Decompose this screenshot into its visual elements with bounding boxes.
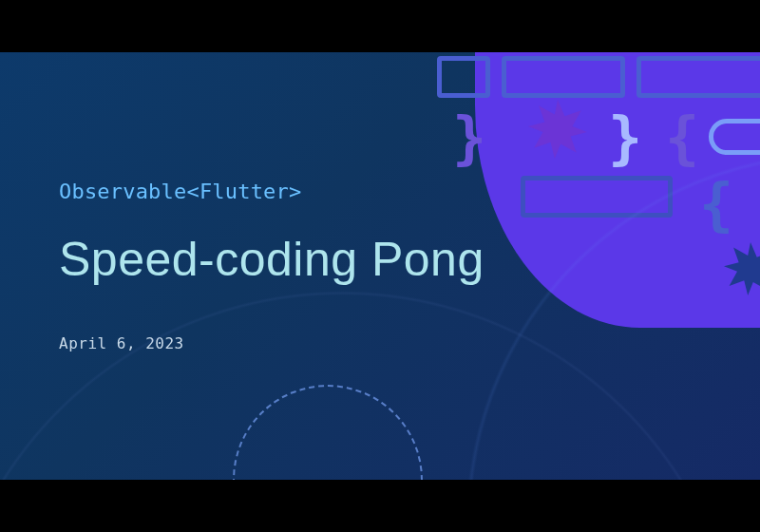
slide-date: April 6, 2023 [59, 334, 591, 352]
decor-pill-icon [709, 119, 760, 155]
starburst-icon [724, 242, 760, 295]
svg-marker-1 [724, 242, 760, 295]
series-label: Observable<Flutter> [59, 180, 591, 203]
brace-icon: { [699, 176, 733, 233]
brace-icon: } [608, 109, 642, 166]
brace-icon: { [665, 109, 699, 166]
decor-rect-icon [636, 56, 760, 98]
slide-title: Speed-coding Pong [59, 232, 591, 287]
slide-card: } } { { Observable<Flutter> Speed-coding… [0, 52, 760, 480]
